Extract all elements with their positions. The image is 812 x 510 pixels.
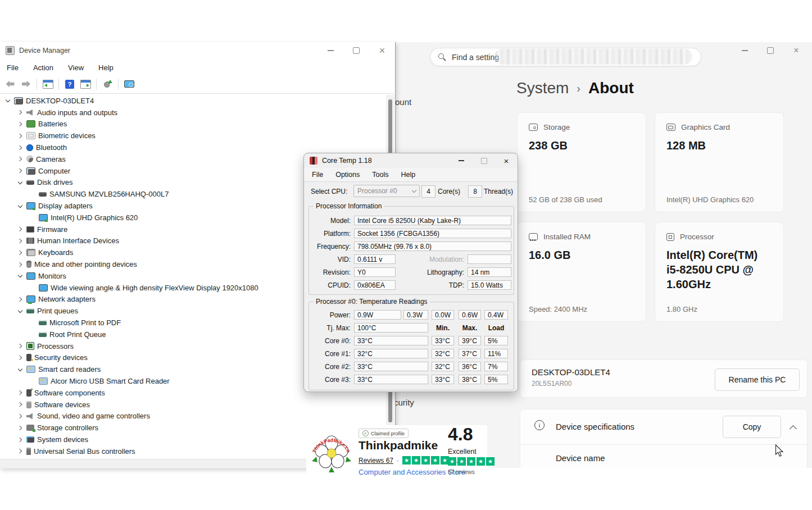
tree-chevron-icon[interactable]: [29, 284, 36, 291]
tree-item[interactable]: Batteries: [0, 119, 385, 130]
tree-chevron-icon[interactable]: [17, 296, 24, 303]
tree-item-label: Universal Serial Bus controllers: [34, 447, 135, 456]
cpu-dropdown[interactable]: Processor #0: [353, 185, 420, 197]
scan-hardware-changes-button[interactable]: [101, 78, 114, 91]
tree-chevron-icon[interactable]: [17, 354, 24, 361]
menu-item[interactable]: View: [68, 63, 84, 72]
modulation-field: [468, 254, 511, 264]
close-button[interactable]: ×: [495, 153, 518, 168]
chevron-up-icon[interactable]: [790, 425, 797, 432]
tree-chevron-icon[interactable]: [17, 109, 24, 116]
tree-chevron-icon[interactable]: [17, 238, 24, 244]
maximize-button[interactable]: [473, 153, 495, 168]
minimize-button[interactable]: [317, 42, 343, 59]
tree-chevron-icon[interactable]: [17, 389, 24, 396]
rating-big: 4.8: [448, 424, 473, 445]
tree-chevron-icon[interactable]: [17, 121, 24, 128]
tree-chevron-icon[interactable]: [17, 179, 24, 186]
tree-chevron-icon[interactable]: [17, 249, 24, 256]
separator[interactable]: [118, 79, 119, 90]
star-rating-icons: ★★★★★: [448, 457, 495, 466]
tree-chevron-icon[interactable]: [17, 226, 24, 233]
tree-item-label: Root Print Queue: [49, 330, 106, 339]
tree-chevron-icon[interactable]: [17, 436, 24, 443]
tree-chevron-icon[interactable]: [17, 425, 24, 431]
copy-button[interactable]: Copy: [723, 416, 781, 438]
dm-window-controls: ×: [317, 42, 395, 59]
device-category-icon: [26, 167, 35, 175]
menu-item[interactable]: Help: [98, 63, 114, 72]
tree-chevron-icon[interactable]: [17, 261, 24, 268]
tree-item[interactable]: Software devices: [0, 399, 385, 411]
tree-chevron-icon[interactable]: [17, 156, 24, 162]
tree-chevron-icon[interactable]: [29, 378, 36, 385]
power-label: Power:: [309, 311, 351, 319]
menu-item[interactable]: Tools: [372, 171, 388, 179]
separator[interactable]: [37, 79, 37, 90]
tree-chevron-icon[interactable]: [17, 401, 24, 408]
menu-item[interactable]: Help: [401, 171, 415, 179]
device-category-icon: [26, 448, 31, 455]
tree-chevron-icon[interactable]: [17, 167, 24, 174]
tree-chevron-icon[interactable]: [17, 272, 24, 279]
tree-item[interactable]: DESKTOP-03DLET4: [0, 95, 385, 107]
minimize-button[interactable]: [450, 153, 473, 168]
tree-chevron-icon[interactable]: [4, 97, 11, 104]
maximize-button[interactable]: [757, 42, 783, 59]
device-category-icon: [26, 401, 31, 408]
tdp-field: 15.0 Watts: [468, 280, 511, 290]
tree-item[interactable]: Bluetooth: [0, 142, 385, 153]
menu-item[interactable]: File: [7, 63, 19, 72]
tree-chevron-icon[interactable]: [29, 331, 36, 338]
close-button[interactable]: ×: [783, 42, 809, 59]
tree-chevron-icon[interactable]: [29, 191, 36, 198]
tree-item[interactable]: Biometric devices: [0, 130, 385, 142]
back-button[interactable]: [3, 78, 17, 91]
minimize-button[interactable]: [732, 42, 757, 59]
card-value: 16.0 GB: [529, 248, 634, 262]
tree-chevron-icon[interactable]: [17, 366, 24, 373]
device-category-icon: [26, 249, 35, 256]
tree-chevron-icon[interactable]: [17, 133, 24, 139]
reviews-link[interactable]: Reviews 67: [359, 457, 393, 465]
lithography-label: Lithography:: [410, 268, 464, 276]
tree-chevron-icon[interactable]: [17, 203, 24, 210]
tree-item[interactable]: Audio inputs and outputs: [0, 107, 385, 119]
forward-button[interactable]: [19, 78, 33, 91]
rename-pc-button[interactable]: Rename this PC: [715, 368, 800, 391]
help-button[interactable]: ?: [63, 78, 76, 91]
chevron-down-icon: [412, 188, 416, 192]
card-icon: [666, 124, 675, 131]
separator[interactable]: [96, 79, 97, 90]
device-category-icon: [26, 144, 33, 151]
menu-item[interactable]: File: [312, 171, 323, 179]
check-circle-icon: ✓: [362, 430, 369, 436]
device-category-icon: [26, 226, 34, 233]
group-title: Processor #0: Temperature Readings: [314, 298, 430, 306]
claimed-profile-badge: ✓ Claimed profile: [359, 429, 409, 438]
tree-chevron-icon[interactable]: [17, 308, 24, 315]
tree-item[interactable]: Sound, video and game controllers: [0, 411, 385, 422]
tree-chevron-icon[interactable]: [17, 144, 24, 151]
device-view-button[interactable]: [123, 78, 136, 91]
core-min-field: 33°C: [432, 336, 454, 345]
separator[interactable]: [58, 79, 59, 90]
reviews-row: Reviews 67 · ★★★★★ 4.8: [359, 456, 462, 465]
tree-chevron-icon[interactable]: [29, 214, 36, 221]
maximize-button[interactable]: [343, 42, 369, 59]
show-console-tree-button[interactable]: [41, 78, 55, 91]
tree-item-label: Batteries: [38, 120, 67, 128]
menu-item[interactable]: Options: [335, 171, 360, 179]
tjmax-label: Tj. Max:: [309, 324, 351, 332]
device-category-icon: [39, 214, 48, 221]
model-label: Model:: [309, 217, 351, 225]
properties-button[interactable]: [79, 78, 92, 91]
breadcrumb-system[interactable]: System: [516, 79, 569, 97]
revision-field: Y0: [354, 267, 396, 277]
tree-chevron-icon[interactable]: [17, 413, 24, 420]
menu-item[interactable]: Action: [33, 63, 53, 72]
tree-chevron-icon[interactable]: [17, 448, 24, 454]
tree-chevron-icon[interactable]: [17, 343, 24, 349]
close-button[interactable]: ×: [369, 42, 395, 59]
tree-chevron-icon[interactable]: [29, 320, 36, 326]
